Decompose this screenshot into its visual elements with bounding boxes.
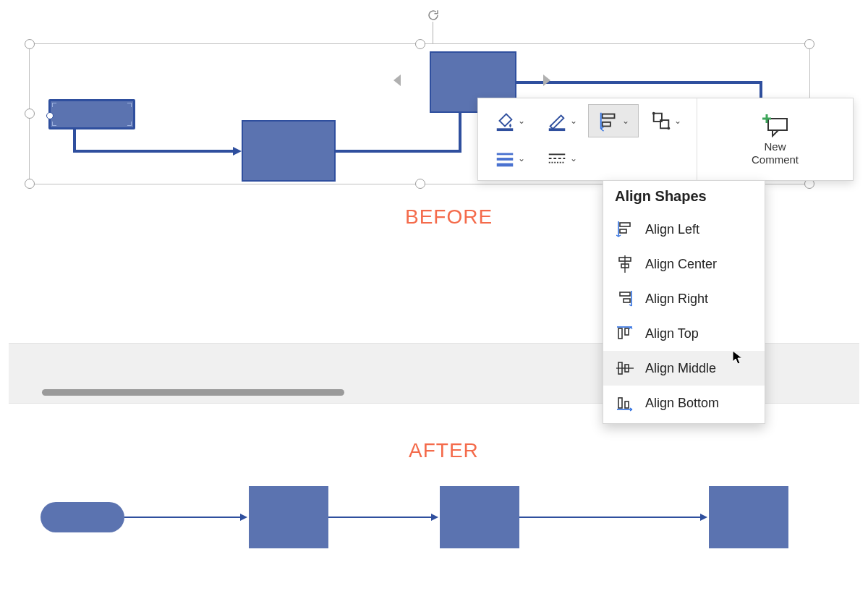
new-comment-icon <box>761 113 790 137</box>
svg-rect-10 <box>496 163 513 167</box>
corner-tick-icon <box>124 119 132 126</box>
chevron-down-icon: ⌄ <box>518 116 525 126</box>
align-left-item[interactable]: Align Left <box>603 212 765 247</box>
selection-handle-ne[interactable] <box>804 39 814 49</box>
svg-point-7 <box>667 127 670 129</box>
connector <box>328 517 433 518</box>
svg-rect-9 <box>496 158 513 161</box>
after-canvas <box>0 480 868 567</box>
align-top-icon <box>616 325 634 342</box>
align-shapes-dropdown: Align Shapes Align Left Align Center Ali… <box>603 180 765 424</box>
svg-rect-3 <box>602 122 610 127</box>
align-center-icon <box>616 255 634 273</box>
group-icon <box>650 110 672 132</box>
svg-rect-1 <box>548 128 565 131</box>
connector <box>459 112 461 153</box>
align-dropdown-button[interactable]: ⌄ <box>588 104 639 137</box>
new-comment-button[interactable]: New Comment <box>697 98 853 180</box>
cursor-icon <box>732 350 744 365</box>
brush-icon <box>546 110 568 132</box>
selection-handle-w[interactable] <box>25 109 35 119</box>
svg-rect-22 <box>624 299 630 302</box>
align-right-item[interactable]: Align Right <box>603 281 765 316</box>
rotate-handle-icon[interactable] <box>427 9 440 22</box>
align-bottom-icon <box>616 394 634 412</box>
after-shape-start[interactable] <box>41 502 124 532</box>
svg-rect-8 <box>496 153 513 156</box>
chevron-left-icon <box>391 73 404 90</box>
after-shape-4[interactable] <box>709 486 788 548</box>
align-bottom-item[interactable]: Align Bottom <box>603 386 765 420</box>
align-icon <box>598 110 620 132</box>
align-center-item[interactable]: Align Center <box>603 247 765 281</box>
align-top-item[interactable]: Align Top <box>603 316 765 351</box>
svg-rect-15 <box>620 223 630 226</box>
dd-label: Align Right <box>645 292 708 307</box>
dd-label: Align Left <box>645 222 699 237</box>
svg-rect-21 <box>620 292 630 296</box>
after-label: AFTER <box>409 439 479 462</box>
after-shape-3[interactable] <box>440 486 519 548</box>
fill-bucket-icon <box>494 110 516 132</box>
connector <box>124 517 242 518</box>
arrow-icon <box>431 514 438 521</box>
svg-rect-16 <box>620 229 626 233</box>
line-dash-icon <box>546 148 568 169</box>
horizontal-scrollbar-thumb[interactable] <box>42 389 344 396</box>
canvas: BEFORE ⌄ ⌄ ⌄ ⌄ ⌄ <box>0 0 868 612</box>
arrow-icon <box>240 514 247 521</box>
line-style-dropdown[interactable]: ⌄ <box>484 142 535 175</box>
chevron-down-icon: ⌄ <box>622 116 629 126</box>
align-right-icon <box>616 290 634 307</box>
corner-tick-icon <box>52 119 59 126</box>
arrow-icon <box>700 514 707 521</box>
connector <box>336 150 459 153</box>
chevron-down-icon: ⌄ <box>518 153 525 163</box>
svg-rect-25 <box>625 328 629 335</box>
chevron-right-icon <box>540 73 553 90</box>
svg-point-6 <box>652 112 655 115</box>
corner-tick-icon <box>52 103 59 110</box>
dd-label: Align Bottom <box>645 396 719 411</box>
rotate-handle-line <box>433 22 433 43</box>
chevron-down-icon: ⌄ <box>570 116 577 126</box>
align-middle-icon <box>616 360 634 377</box>
before-shape-2[interactable] <box>242 120 336 182</box>
line-color-dropdown[interactable]: ⌄ <box>536 104 587 137</box>
chevron-down-icon: ⌄ <box>674 116 681 126</box>
line-pattern-dropdown[interactable]: ⌄ <box>536 142 587 175</box>
dd-label: Align Middle <box>645 361 716 376</box>
chevron-down-icon: ⌄ <box>570 153 577 163</box>
dd-label: Align Top <box>645 326 699 341</box>
group-dropdown[interactable]: ⌄ <box>640 104 691 137</box>
corner-tick-icon <box>124 103 132 110</box>
svg-rect-30 <box>618 398 622 408</box>
before-label: BEFORE <box>405 205 493 229</box>
svg-rect-0 <box>496 128 513 131</box>
connector <box>73 150 236 153</box>
connector <box>73 129 76 152</box>
selection-handle-nw[interactable] <box>25 39 35 49</box>
selection-handle-sw[interactable] <box>25 179 35 189</box>
new-comment-label: New Comment <box>752 140 799 166</box>
mini-toolbar: ⌄ ⌄ ⌄ ⌄ ⌄ ⌄ <box>477 98 854 181</box>
align-left-icon <box>616 221 634 238</box>
selection-handle-s[interactable] <box>415 179 425 189</box>
connector <box>516 81 762 84</box>
dd-label: Align Center <box>645 257 717 272</box>
svg-rect-14 <box>768 119 787 130</box>
selection-handle-n[interactable] <box>415 39 425 49</box>
svg-rect-24 <box>618 328 622 339</box>
line-weight-icon <box>494 148 516 169</box>
connector <box>519 517 702 518</box>
svg-rect-2 <box>602 114 614 119</box>
dropdown-title: Align Shapes <box>603 181 765 212</box>
fill-color-dropdown[interactable]: ⌄ <box>484 104 535 137</box>
before-shape-start[interactable] <box>48 99 135 129</box>
after-shape-2[interactable] <box>249 486 328 548</box>
svg-rect-31 <box>625 401 629 408</box>
arrow-icon <box>233 147 242 156</box>
